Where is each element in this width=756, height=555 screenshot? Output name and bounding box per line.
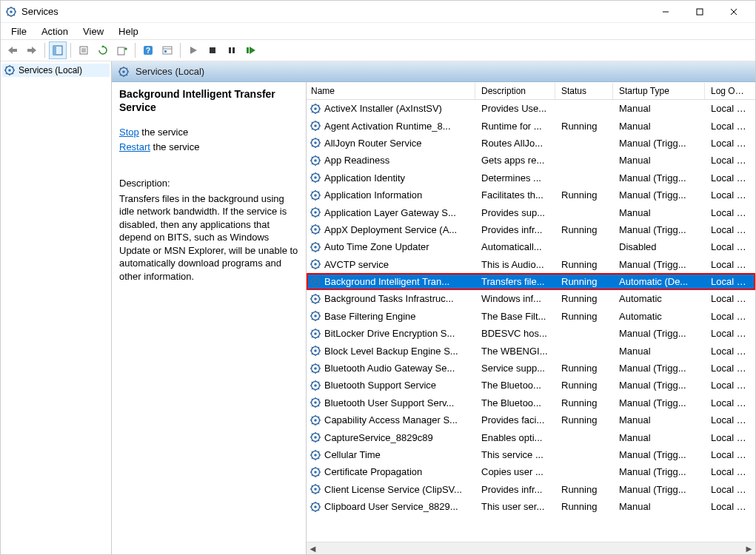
content-header: Services (Local): [112, 61, 755, 82]
col-header-logon[interactable]: Log On A: [705, 83, 752, 99]
service-name: Certificate Propagation: [324, 466, 422, 477]
service-row[interactable]: Background Intelligent Tran...Transfers …: [307, 273, 755, 290]
service-row[interactable]: Base Filtering EngineThe Base Filt...Run…: [307, 308, 755, 325]
start-service-button[interactable]: [184, 41, 202, 59]
service-name: CaptureService_8829c89: [324, 432, 433, 443]
col-header-status[interactable]: Status: [555, 83, 613, 99]
service-name: Background Tasks Infrastruc...: [324, 293, 454, 304]
restart-service-link[interactable]: Restart: [119, 141, 150, 152]
service-row[interactable]: Agent Activation Runtime_8...Runtime for…: [307, 117, 755, 134]
service-description: BDESVC hos...: [475, 328, 555, 339]
service-startup: Manual: [613, 207, 705, 218]
gear-icon: [310, 380, 321, 391]
col-header-name[interactable]: Name: [307, 83, 475, 99]
gear-icon: [310, 483, 321, 495]
service-row[interactable]: Application Layer Gateway S...Provides s…: [307, 204, 755, 221]
service-row[interactable]: App ReadinessGets apps re...ManualLocal …: [307, 152, 755, 169]
service-description: Service supp...: [475, 363, 555, 374]
service-row[interactable]: AppX Deployment Service (A...Provides in…: [307, 221, 755, 238]
service-logon: Local Ser: [705, 138, 752, 149]
service-name: Bluetooth User Support Serv...: [324, 397, 454, 408]
service-name: Application Information: [324, 189, 422, 201]
service-name: Base Filtering Engine: [324, 311, 416, 322]
service-startup: Manual (Trigg...: [613, 189, 705, 201]
service-row[interactable]: Cellular TimeThis service ...Manual (Tri…: [307, 446, 755, 463]
service-name: Bluetooth Audio Gateway Se...: [324, 363, 455, 374]
service-startup: Manual: [613, 414, 705, 426]
service-status: Running: [555, 121, 613, 132]
services-list[interactable]: ⌃ Name Description Status Startup Type L…: [306, 82, 755, 554]
gear-icon: [310, 501, 321, 513]
service-row[interactable]: Capability Access Manager S...Provides f…: [307, 411, 755, 428]
service-row[interactable]: Clipboard User Service_8829...This user …: [307, 498, 755, 515]
service-name: Background Intelligent Tran...: [324, 276, 449, 287]
service-name-cell: Background Tasks Infrastruc...: [307, 293, 475, 305]
restart-service-text: the service: [150, 141, 199, 152]
service-status: Running: [555, 414, 613, 426]
service-logon: Local Sys: [705, 466, 752, 477]
filter-button[interactable]: [158, 41, 176, 59]
menubar: File Action View Help: [1, 23, 755, 39]
pause-service-button[interactable]: [223, 41, 241, 59]
export-list-button[interactable]: [113, 41, 131, 59]
service-row[interactable]: ActiveX Installer (AxInstSV)Provides Use…: [307, 100, 755, 117]
menu-file[interactable]: File: [4, 24, 34, 39]
service-row[interactable]: Bluetooth User Support Serv...The Blueto…: [307, 394, 755, 411]
service-startup: Disabled: [613, 241, 705, 252]
service-description: Determines ...: [475, 172, 555, 184]
service-row[interactable]: Application IdentityDetermines ...Manual…: [307, 169, 755, 186]
menu-action[interactable]: Action: [34, 24, 76, 39]
service-row[interactable]: AVCTP serviceThis is Audio...RunningManu…: [307, 256, 755, 273]
service-name-cell: CaptureService_8829c89: [307, 431, 475, 443]
service-row[interactable]: Bluetooth Audio Gateway Se...Service sup…: [307, 360, 755, 377]
help-button[interactable]: ?: [139, 41, 157, 59]
horizontal-scrollbar[interactable]: ◄ ►: [307, 542, 755, 554]
service-status: Running: [555, 224, 613, 235]
nav-tree[interactable]: Services (Local): [1, 61, 112, 554]
service-row[interactable]: Block Level Backup Engine S...The WBENGI…: [307, 342, 755, 359]
selected-service-name: Background Intelligent Transfer: [119, 88, 298, 100]
nav-item-services-local[interactable]: Services (Local): [2, 64, 110, 77]
maximize-button[interactable]: [683, 1, 717, 23]
col-header-description[interactable]: Description: [475, 83, 555, 99]
gear-icon: [310, 397, 321, 408]
gear-icon: [118, 65, 130, 78]
service-logon: Local Sys: [705, 501, 752, 512]
service-row[interactable]: CaptureService_8829c89Enables opti...Man…: [307, 428, 755, 445]
service-status: Running: [555, 484, 613, 495]
nav-back-button[interactable]: [4, 41, 21, 59]
nav-forward-button[interactable]: [23, 41, 41, 59]
stop-service-button[interactable]: [204, 41, 221, 59]
col-header-startup[interactable]: Startup Type: [613, 83, 705, 99]
service-row[interactable]: Certificate PropagationCopies user ...Ma…: [307, 463, 755, 480]
scroll-right-icon[interactable]: ►: [743, 542, 755, 555]
service-row[interactable]: Background Tasks Infrastruc...Windows in…: [307, 290, 755, 307]
stop-service-text: the service: [139, 127, 188, 138]
service-row[interactable]: Auto Time Zone UpdaterAutomaticall...Dis…: [307, 238, 755, 255]
service-startup: Manual: [613, 432, 705, 443]
service-row[interactable]: Application InformationFacilitates th...…: [307, 186, 755, 204]
svg-rect-29: [229, 47, 231, 53]
service-row[interactable]: Client License Service (ClipSV...Provide…: [307, 481, 755, 498]
service-row[interactable]: BitLocker Drive Encryption S...BDESVC ho…: [307, 325, 755, 342]
gear-icon: [310, 223, 321, 235]
minimize-button[interactable]: [649, 1, 683, 23]
service-name-cell: Application Layer Gateway S...: [307, 206, 475, 218]
close-button[interactable]: [717, 1, 751, 23]
gear-icon: [310, 466, 321, 478]
show-hide-tree-button[interactable]: [49, 41, 67, 59]
scroll-left-icon[interactable]: ◄: [307, 542, 319, 555]
service-row[interactable]: Bluetooth Support ServiceThe Bluetoo...R…: [307, 377, 755, 394]
stop-service-link[interactable]: Stop: [119, 127, 139, 138]
refresh-button[interactable]: [94, 41, 112, 59]
service-row[interactable]: AllJoyn Router ServiceRoutes AllJo...Man…: [307, 135, 755, 152]
svg-rect-15: [27, 49, 33, 52]
service-name-cell: Base Filtering Engine: [307, 310, 475, 322]
menu-help[interactable]: Help: [111, 24, 146, 39]
menu-view[interactable]: View: [76, 24, 111, 39]
properties-button[interactable]: [75, 41, 93, 59]
service-description: Enables opti...: [475, 432, 555, 443]
service-logon: Local Ser: [705, 311, 752, 322]
gear-icon: [310, 258, 321, 270]
restart-service-button[interactable]: [242, 41, 260, 59]
